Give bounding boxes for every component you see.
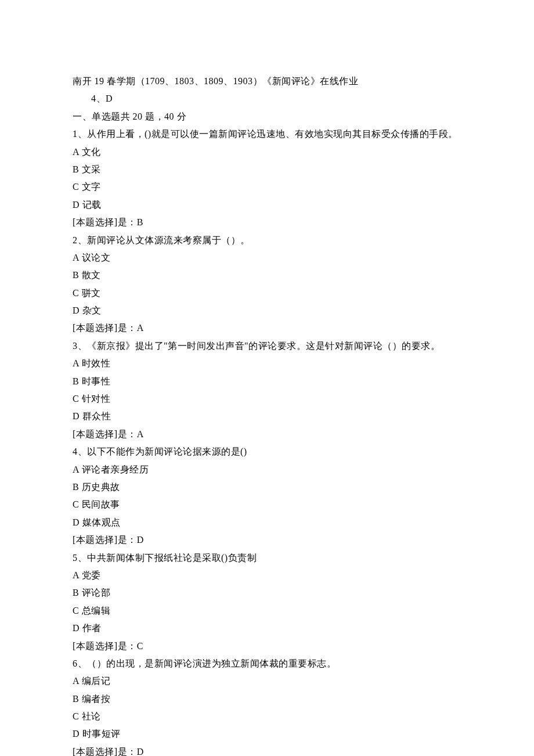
answer: [本题选择]是：D: [73, 531, 461, 549]
answer: [本题选择]是：B: [73, 214, 461, 231]
question-stem: 1、从作用上看，()就是可以使一篇新闻评论迅速地、有效地实现向其目标受众传播的手…: [73, 125, 461, 143]
question-stem: 6、（）的出现，是新闻评论演进为独立新闻体裁的重要标志。: [73, 655, 461, 672]
option-b: B 文采: [73, 161, 461, 178]
option-b: B 时事性: [73, 373, 461, 390]
answer: [本题选择]是：D: [73, 743, 461, 756]
document-body: 南开 19 春学期（1709、1803、1809、1903）《新闻评论》在线作业…: [73, 73, 461, 756]
question-stem: 4、以下不能作为新闻评论论据来源的是(): [73, 443, 461, 460]
question-stem: 3、《新京报》提出了"第一时间发出声音"的评论要求。这是针对新闻评论（）的要求。: [73, 337, 461, 355]
option-a: A 编后记: [73, 672, 461, 690]
option-b: B 历史典故: [73, 478, 461, 496]
option-d: D 作者: [73, 620, 461, 637]
option-c: C 民间故事: [73, 496, 461, 513]
option-c: C 社论: [73, 708, 461, 725]
question-stem: 2、新闻评论从文体源流来考察属于（）。: [73, 232, 461, 249]
section-heading: 一、单选题共 20 题，40 分: [73, 108, 461, 125]
option-c: C 针对性: [73, 390, 461, 408]
option-a: A 党委: [73, 567, 461, 584]
answer: [本题选择]是：C: [73, 638, 461, 655]
option-b: B 评论部: [73, 584, 461, 602]
answer: [本题选择]是：A: [73, 319, 461, 337]
page-title: 南开 19 春学期（1709、1803、1809、1903）《新闻评论》在线作业: [73, 73, 461, 90]
option-d: D 记载: [73, 196, 461, 214]
question-stem: 5、中共新闻体制下报纸社论是采取()负责制: [73, 549, 461, 567]
option-a: A 议论文: [73, 249, 461, 267]
option-a: A 时效性: [73, 355, 461, 372]
answer: [本题选择]是：A: [73, 426, 461, 443]
option-a: A 评论者亲身经历: [73, 461, 461, 478]
option-d: D 媒体观点: [73, 514, 461, 531]
option-a: A 文化: [73, 143, 461, 161]
option-c: C 总编辑: [73, 602, 461, 620]
header-sub: 4、D: [73, 90, 461, 107]
option-b: B 散文: [73, 267, 461, 284]
option-d: D 杂文: [73, 302, 461, 319]
option-d: D 时事短评: [73, 725, 461, 743]
option-c: C 骈文: [73, 285, 461, 302]
option-b: B 编者按: [73, 690, 461, 708]
option-c: C 文字: [73, 178, 461, 196]
option-d: D 群众性: [73, 408, 461, 425]
